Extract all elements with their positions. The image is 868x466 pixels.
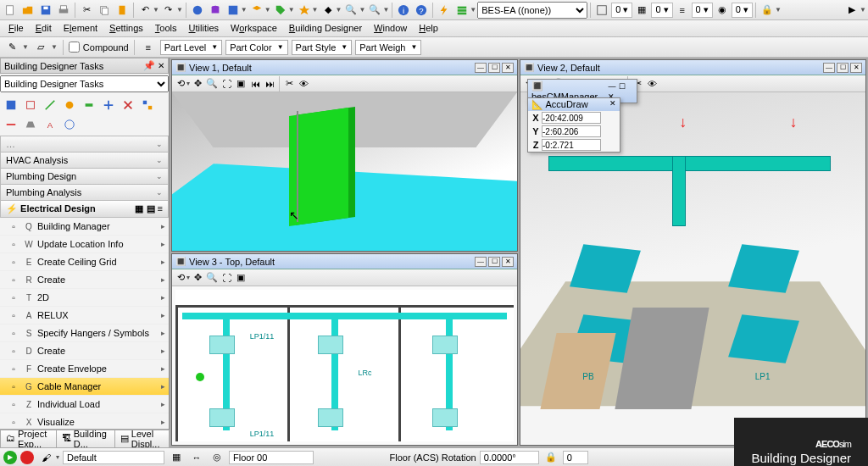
menu-file[interactable]: File	[3, 22, 29, 35]
sb-rotation[interactable]: 0.0000°	[480, 451, 539, 464]
subitem-individual-load[interactable]: ▫ZIndividual Load▸	[0, 396, 169, 413]
close-panel-icon[interactable]: ✕	[158, 61, 164, 70]
tg-10[interactable]	[21, 115, 40, 134]
max-icon[interactable]: ☐	[488, 63, 500, 73]
vt-rotate-icon[interactable]: ⟲	[174, 271, 187, 285]
stop-icon[interactable]	[20, 451, 34, 464]
stack-icon[interactable]	[453, 2, 470, 19]
color-0[interactable]: 0 ▾	[651, 3, 672, 18]
close-icon[interactable]: ✕	[502, 257, 514, 267]
subitem-update-location-info[interactable]: ▫WUpdate Location Info▸	[0, 236, 169, 253]
acc-plumbing-analysis[interactable]: Plumbing Analysis⌄	[0, 185, 169, 201]
tg-2[interactable]	[21, 96, 40, 114]
level-0[interactable]: 0 ▾	[611, 3, 632, 18]
tab-level-display[interactable]: ▤Level Displ...	[114, 430, 170, 447]
close-icon[interactable]: ✕	[609, 99, 616, 110]
sb-lock-icon[interactable]: 🔒	[542, 449, 559, 466]
info-icon[interactable]: i	[395, 2, 412, 19]
sb-snap-icon[interactable]: ◎	[209, 449, 225, 466]
new-icon[interactable]	[2, 2, 19, 19]
subitem-cable-manager[interactable]: ▫GCable Manager▸	[0, 378, 169, 396]
task-selector[interactable]: Building Designer Tasks	[0, 75, 169, 92]
tg-3[interactable]	[41, 96, 59, 114]
min-icon[interactable]: —	[475, 257, 487, 267]
style-0[interactable]: 0 ▾	[692, 3, 713, 18]
subitem-relux[interactable]: ▫ARELUX▸	[0, 307, 169, 325]
menu-settings[interactable]: Settings	[104, 22, 148, 35]
menu-window[interactable]: Window	[369, 22, 412, 35]
sb-layer[interactable]: Default	[63, 451, 164, 464]
layer-icon[interactable]	[248, 2, 265, 19]
vt-pan-icon[interactable]: ✥	[191, 271, 204, 285]
combo-part-style[interactable]: Part Style▼	[292, 40, 353, 55]
subitem-2d[interactable]: ▫T2D▸	[0, 289, 169, 307]
vt-display-icon[interactable]: 👁	[645, 77, 659, 91]
tg-11[interactable]: A	[41, 115, 59, 134]
star-icon[interactable]	[296, 2, 313, 19]
redo-icon[interactable]: ↷	[160, 2, 177, 19]
menu-utilities[interactable]: Utilities	[184, 22, 224, 35]
menu-workspace[interactable]: Workspace	[225, 22, 282, 35]
accudraw-z[interactable]	[542, 139, 601, 151]
db-icon[interactable]	[207, 2, 224, 19]
print-icon[interactable]	[55, 2, 72, 19]
close-icon[interactable]: ✕	[502, 63, 514, 73]
tg-4[interactable]	[60, 96, 79, 114]
copy-icon[interactable]	[96, 2, 113, 19]
find-icon[interactable]: 🔍	[366, 2, 383, 19]
sb-zero[interactable]: 0	[563, 451, 588, 464]
shape-icon[interactable]: ◆	[320, 2, 337, 19]
tg-9[interactable]	[2, 115, 20, 134]
save-icon[interactable]	[37, 2, 54, 19]
tg-6[interactable]	[99, 96, 118, 114]
vp2-title[interactable]: 🔳 View 2, Default —☐✕	[520, 60, 865, 75]
combo-part-weigh[interactable]: Part Weigh▼	[355, 40, 421, 55]
pencil-icon[interactable]: ✎	[3, 39, 20, 56]
open-icon[interactable]	[19, 2, 36, 19]
combo-part-color[interactable]: Part Color▼	[225, 40, 287, 55]
tab-building-designer[interactable]: 🏗Building D...	[56, 430, 115, 447]
vt-rotate-icon[interactable]: ⟲	[174, 77, 187, 91]
vp3-title[interactable]: 🔳 View 3 - Top, Default —☐✕	[172, 254, 517, 269]
subitem-building-manager[interactable]: ▫QBuilding Manager▸	[0, 218, 169, 236]
subitem-create-envelope[interactable]: ▫FCreate Envelope▸	[0, 360, 169, 378]
subitem-create-ceiling-grid[interactable]: ▫ECreate Ceiling Grid▸	[0, 253, 169, 271]
max-icon[interactable]: ☐	[619, 82, 626, 91]
vt-prev-icon[interactable]: ⏮	[248, 77, 262, 91]
vp1-title[interactable]: 🔳 View 1, Default —☐✕	[172, 60, 517, 75]
part-style-icon[interactable]: ≡	[674, 2, 691, 19]
acc-plumbing-design[interactable]: Plumbing Design⌄	[0, 169, 169, 185]
tg-8[interactable]	[138, 96, 157, 114]
list-icon[interactable]: ≡	[140, 39, 157, 56]
vt-clip-icon[interactable]: ✂	[282, 77, 296, 91]
acc-hvac-analysis[interactable]: HVAC Analysis⌄	[0, 153, 169, 169]
vt-window-icon[interactable]: ▣	[234, 271, 248, 285]
tab-project-explorer[interactable]: 🗂Project Exp...	[0, 430, 57, 447]
vt-fit-icon[interactable]: ⛶	[220, 271, 233, 285]
sb-grid-icon[interactable]: ▦	[168, 449, 185, 466]
pin-icon[interactable]: 📌	[143, 60, 155, 70]
poly-icon[interactable]: ▱	[32, 39, 49, 56]
menu-tools[interactable]: Tools	[150, 22, 182, 35]
vt-display-icon[interactable]: 👁	[297, 77, 310, 91]
vt-zoom-icon[interactable]: 🔍	[205, 271, 219, 285]
undo-icon[interactable]: ↶	[136, 2, 153, 19]
bes-select[interactable]: BES-EA ((none))	[477, 2, 587, 19]
subitem-visualize[interactable]: ▫XVisualize▸	[0, 413, 169, 429]
menu-edit[interactable]: Edit	[31, 22, 57, 35]
tg-5[interactable]	[80, 96, 98, 114]
play-icon[interactable]: ▶	[3, 451, 17, 464]
zoom-icon[interactable]: 🔍	[342, 2, 359, 19]
vt-pan-icon[interactable]: ✥	[191, 77, 204, 91]
accudraw-y[interactable]	[542, 125, 601, 137]
accudraw-x[interactable]	[542, 112, 601, 124]
weight-icon[interactable]: ◉	[714, 2, 731, 19]
menu-help[interactable]: Help	[414, 22, 443, 35]
app-icon[interactable]	[225, 2, 242, 19]
weight-0[interactable]: 0 ▾	[732, 3, 753, 18]
acc-hvac-eq[interactable]: …⌄	[0, 136, 169, 153]
subitem-specify-hangers-symbols[interactable]: ▫SSpecify Hangers / Symbols▸	[0, 325, 169, 342]
tag-icon[interactable]	[272, 2, 289, 19]
globe-icon[interactable]	[189, 2, 206, 19]
vt-next-icon[interactable]: ⏭	[263, 77, 276, 91]
